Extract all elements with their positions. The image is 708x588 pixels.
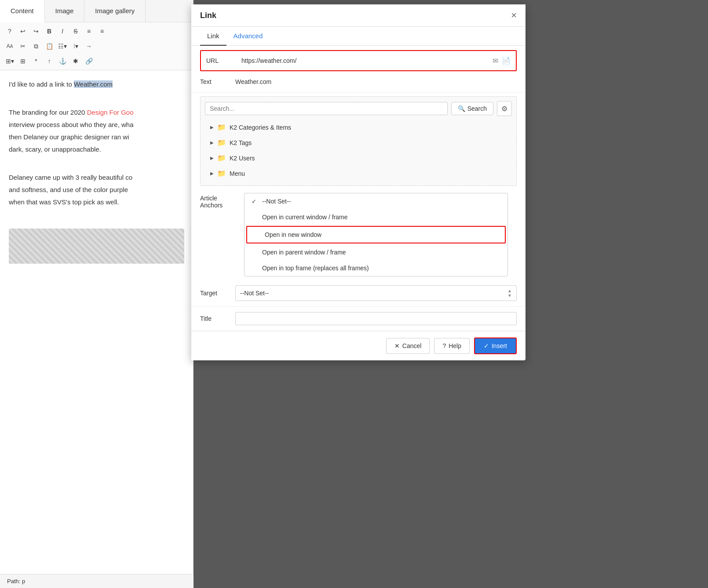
gear-icon: ⚙ [501, 105, 507, 113]
search-area: 🔍 Search ⚙ ▶ 📁 K2 Categories & Items ▶ 📁 [200, 96, 517, 186]
dropdown-item-not-set[interactable]: ✓ --Not Set-- [245, 193, 507, 209]
modal-tab-advanced[interactable]: Advanced [226, 27, 270, 46]
tree-item-menu[interactable]: ▶ 📁 Menu [205, 166, 512, 181]
text-row: Text [191, 71, 526, 93]
toolbar-copy[interactable]: ⧉ [30, 40, 42, 52]
text-input-wrap [235, 76, 517, 87]
toolbar-table[interactable]: ⊞▾ [4, 55, 16, 67]
highlighted-text: Weather.com [74, 80, 113, 88]
toolbar-indent[interactable]: → [83, 40, 95, 52]
url-icons: ✉ 📄 [493, 57, 511, 65]
help-button[interactable]: ? Help [434, 338, 470, 354]
expand-arrow-icon: ▶ [210, 125, 214, 130]
text-label: Text [200, 78, 235, 85]
page-icon[interactable]: 📄 [502, 57, 511, 65]
target-row: Target --Not Set-- ▲ ▼ [191, 280, 526, 307]
dropdown-item-new-window[interactable]: Open in new window [246, 226, 506, 243]
title-label: Title [200, 315, 235, 322]
folder-icon: 📁 [217, 138, 226, 147]
toolbar-help[interactable]: ? [4, 25, 16, 37]
title-input-wrap [235, 312, 517, 325]
toolbar-undo[interactable]: ↩ [17, 25, 29, 37]
search-button[interactable]: 🔍 Search [451, 102, 493, 115]
folder-icon: 📁 [217, 154, 226, 162]
editor-tab-content[interactable]: Content [0, 0, 45, 22]
title-row: Title [191, 307, 526, 331]
toolbar-align-right[interactable]: ≡ [96, 25, 108, 37]
target-section: Article Anchors ✓ --Not Set-- Open in cu… [191, 189, 526, 280]
article-anchors-label: Article Anchors [191, 189, 235, 214]
toolbar-ordered-list[interactable]: ☷▾ [56, 40, 69, 52]
modal-dialog: Link × Link Advanced URL ✉ 📄 Text [191, 4, 526, 360]
expand-arrow-icon: ▶ [210, 156, 214, 160]
folder-icon: 📁 [217, 123, 226, 131]
title-input[interactable] [240, 315, 512, 322]
modal-tabs: Link Advanced [191, 27, 526, 46]
editor-content: I'd like to add a link to Weather.com Th… [0, 70, 193, 272]
toolbar-insert[interactable]: ⊞ [17, 55, 29, 67]
tree-item-k2-categories[interactable]: ▶ 📁 K2 Categories & Items [205, 120, 512, 135]
dropdown-menu: ✓ --Not Set-- Open in current window / f… [244, 193, 508, 276]
toolbar-upload[interactable]: ↑ [43, 55, 55, 67]
red-link: Design For Goo [87, 109, 134, 116]
cancel-button[interactable]: ✕ Cancel [386, 338, 430, 354]
toolbar-anchor[interactable]: ⚓ [56, 55, 69, 67]
email-icon[interactable]: ✉ [493, 57, 498, 65]
target-select-wrap[interactable]: --Not Set-- ▲ ▼ [235, 285, 517, 301]
toolbar-media[interactable]: * [30, 55, 42, 67]
expand-arrow-icon: ▶ [210, 171, 214, 176]
url-row: URL ✉ 📄 [200, 50, 517, 71]
toolbar-italic[interactable]: I [56, 25, 69, 37]
settings-button[interactable]: ⚙ [497, 101, 512, 116]
checkmark-icon: ✓ [484, 342, 489, 349]
folder-icon: 📁 [217, 169, 226, 178]
modal-header: Link × [191, 4, 526, 27]
dropdown-item-parent-window[interactable]: Open in parent window / frame [245, 244, 507, 260]
target-dropdown-open: ✓ --Not Set-- Open in current window / f… [235, 193, 517, 276]
tree-item-k2-tags[interactable]: ▶ 📁 K2 Tags [205, 135, 512, 150]
help-icon: ? [442, 342, 446, 349]
toolbar-font-size[interactable]: AA [4, 40, 16, 52]
url-input[interactable] [241, 55, 489, 66]
toolbar-bold[interactable]: B [43, 25, 55, 37]
toolbar-special[interactable]: ✱ [69, 55, 82, 67]
editor-tab-image[interactable]: Image [45, 0, 85, 22]
check-icon: ✓ [252, 198, 259, 205]
modal-footer: ✕ Cancel ? Help ✓ Insert [191, 331, 526, 360]
search-input[interactable] [210, 105, 443, 112]
insert-button[interactable]: ✓ Insert [474, 338, 517, 354]
select-arrows-icon: ▲ ▼ [507, 288, 512, 298]
dropdown-item-top-frame[interactable]: Open in top frame (replaces all frames) [245, 260, 507, 276]
toolbar-redo[interactable]: ↪ [30, 25, 42, 37]
toolbar-unordered-list[interactable]: ⁝▾ [69, 40, 82, 52]
modal-body: URL ✉ 📄 Text 🔍 Sear [191, 50, 526, 331]
editor-tab-gallery[interactable]: Image gallery [84, 0, 146, 22]
url-input-wrap [241, 55, 489, 66]
url-label: URL [206, 57, 241, 64]
toolbar-cut[interactable]: ✂ [17, 40, 29, 52]
cancel-icon: ✕ [394, 342, 400, 349]
text-input[interactable] [235, 76, 517, 87]
modal-tab-link[interactable]: Link [200, 27, 226, 46]
modal-close-button[interactable]: × [511, 11, 517, 20]
toolbar-strike[interactable]: S [69, 25, 82, 37]
search-icon: 🔍 [458, 105, 465, 112]
expand-arrow-icon: ▶ [210, 140, 214, 145]
editor-path: Path: p [0, 574, 193, 588]
tree-item-k2-users[interactable]: ▶ 📁 K2 Users [205, 150, 512, 166]
search-input-wrap[interactable] [205, 102, 448, 115]
toolbar-paste[interactable]: 📋 [43, 40, 55, 52]
search-row: 🔍 Search ⚙ [205, 101, 512, 116]
tree-list: ▶ 📁 K2 Categories & Items ▶ 📁 K2 Tags ▶ … [205, 120, 512, 181]
target-label: Target [200, 290, 235, 297]
modal-title: Link [200, 11, 216, 20]
toolbar-align-left[interactable]: ≡ [83, 25, 95, 37]
toolbar-link[interactable]: 🔗 [83, 55, 95, 67]
dropdown-item-current-window[interactable]: Open in current window / frame [245, 209, 507, 225]
editor-toolbar: ? ↩ ↪ B I S ≡ ≡ AA ✂ ⧉ 📋 ☷▾ ⁝▾ → ⊞▾ ⊞ * … [0, 22, 193, 70]
